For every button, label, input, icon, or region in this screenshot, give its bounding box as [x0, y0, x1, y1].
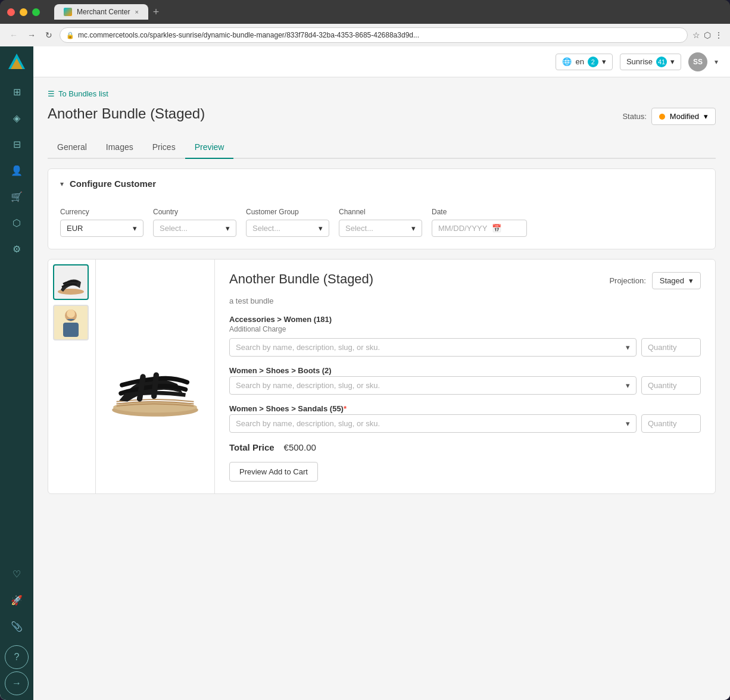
bookmark-icon[interactable]: ☆: [692, 30, 700, 40]
tags-icon: ⬡: [13, 217, 21, 229]
product-section-sandals: Women > Shoes > Sandals (55)* Search by …: [229, 404, 701, 433]
maximize-window-btn[interactable]: [32, 8, 40, 16]
tab-preview[interactable]: Preview: [185, 136, 234, 159]
page-tabs: General Images Prices Preview: [48, 136, 716, 159]
main-content: 🌐 en 2 ▾ Sunrise 41 ▾ SS ▾ ☰ To Bun: [33, 46, 730, 700]
new-tab-btn[interactable]: +: [153, 7, 160, 17]
preview-add-to-cart-btn[interactable]: Preview Add to Cart: [229, 462, 318, 482]
extension-icon[interactable]: ⬡: [704, 30, 711, 40]
sidebar-item-arrow[interactable]: →: [5, 671, 29, 695]
section-2-search-placeholder: Search by name, description, slug, or sk…: [236, 381, 380, 390]
preview-section: Another Bundle (Staged) Projection: Stag…: [48, 259, 716, 494]
sidebar-item-cart[interactable]: 🛒: [5, 185, 29, 208]
configure-customer-header[interactable]: ▾ Configure Customer: [48, 169, 715, 198]
app-logo: [7, 52, 26, 71]
customer-group-placeholder: Select...: [252, 224, 280, 233]
close-window-btn[interactable]: [7, 8, 15, 16]
tab-prices[interactable]: Prices: [143, 136, 185, 159]
app-header: 🌐 en 2 ▾ Sunrise 41 ▾ SS ▾: [33, 46, 730, 77]
help-icon: ?: [14, 652, 20, 662]
minimize-window-btn[interactable]: [20, 8, 27, 16]
left-nav: ⊞ ◈ ⊟ 👤 🛒 ⬡ ⚙ ♡: [0, 46, 33, 700]
section-1-quantity[interactable]: Quantity: [641, 338, 701, 357]
projection-chevron-icon: ▾: [689, 276, 693, 285]
project-count-badge: 41: [656, 57, 667, 67]
back-btn[interactable]: ←: [7, 28, 20, 42]
country-placeholder: Select...: [160, 224, 188, 233]
svg-point-5: [67, 310, 75, 318]
section-3-search[interactable]: Search by name, description, slug, or sk…: [229, 414, 637, 433]
section-2-quantity[interactable]: Quantity: [641, 376, 701, 395]
more-icon[interactable]: ⋮: [715, 30, 723, 40]
section-1-search[interactable]: Search by name, description, slug, or sk…: [229, 338, 637, 357]
project-selector[interactable]: Sunrise 41 ▾: [620, 54, 681, 70]
browser-tab[interactable]: Merchant Center ×: [54, 4, 148, 20]
language-count-badge: 2: [588, 57, 598, 67]
customer-form-row: Currency EUR ▾ Country Select...: [60, 208, 703, 237]
projection-label: Projection:: [609, 276, 645, 285]
channel-label: Channel: [339, 208, 422, 216]
customer-group-label: Customer Group: [246, 208, 329, 216]
preview-main-image: [96, 260, 215, 493]
refresh-btn[interactable]: ↻: [43, 28, 55, 42]
required-star: *: [344, 404, 347, 413]
currency-select[interactable]: EUR ▾: [60, 220, 143, 237]
security-icon: 🔒: [66, 32, 74, 39]
settings-icon: ⚙: [13, 243, 21, 255]
sidebar-item-help[interactable]: ?: [5, 645, 29, 669]
date-input[interactable]: MM/DD/YYYY 📅: [432, 220, 527, 237]
calendar-icon[interactable]: 📅: [492, 224, 501, 233]
sidebar-item-clip[interactable]: 📎: [5, 614, 29, 638]
section-2-search-row: Search by name, description, slug, or sk…: [229, 376, 701, 395]
sidebar-item-products[interactable]: ◈: [5, 106, 29, 130]
section-1-search-placeholder: Search by name, description, slug, or sk…: [236, 343, 380, 352]
thumbnail-sandal[interactable]: [53, 264, 89, 300]
section-2-title: Women > Shoes > Boots (2): [229, 366, 701, 375]
country-select[interactable]: Select... ▾: [153, 220, 236, 237]
sidebar-item-tags[interactable]: ⬡: [5, 211, 29, 235]
configure-customer-title: Configure Customer: [70, 179, 156, 189]
configure-customer-card: ▾ Configure Customer Currency EUR ▾: [48, 168, 716, 249]
arrow-icon: →: [12, 678, 21, 689]
preview-product-detail: Another Bundle (Staged) Projection: Stag…: [215, 260, 715, 493]
user-avatar[interactable]: SS: [688, 52, 707, 71]
browser-toolbar-icons: ☆ ⬡ ⋮: [692, 30, 723, 40]
channel-select[interactable]: Select... ▾: [339, 220, 422, 237]
browser-window: Merchant Center × + ← → ↻ 🔒 mc.commercet…: [0, 0, 730, 700]
section-1-subtitle: Additional Charge: [229, 325, 701, 333]
sidebar-item-rocket[interactable]: 🚀: [5, 588, 29, 612]
date-label: Date: [432, 208, 527, 216]
total-price-label: Total Price: [229, 442, 274, 452]
date-field: Date MM/DD/YYYY 📅: [432, 208, 527, 237]
total-price-row: Total Price €500.00: [229, 442, 701, 452]
sidebar-item-catalog[interactable]: ⊟: [5, 132, 29, 156]
forward-btn[interactable]: →: [25, 28, 38, 42]
total-price-value: €500.00: [284, 442, 316, 452]
customer-group-field: Customer Group Select... ▾: [246, 208, 329, 237]
language-selector[interactable]: 🌐 en 2 ▾: [556, 54, 612, 70]
sidebar-item-customers[interactable]: 👤: [5, 158, 29, 182]
section-3-quantity[interactable]: Quantity: [641, 414, 701, 433]
page-header-row: Another Bundle (Staged) Status: Modified…: [48, 105, 716, 132]
thumbnail-person[interactable]: [53, 305, 89, 340]
projection-select[interactable]: Staged ▾: [652, 272, 701, 289]
tab-general[interactable]: General: [48, 136, 96, 159]
sidebar-item-dashboard[interactable]: ⊞: [5, 80, 29, 104]
breadcrumb[interactable]: ☰ To Bundles list: [48, 89, 716, 98]
customer-group-select[interactable]: Select... ▾: [246, 220, 329, 237]
sidebar-item-favorites[interactable]: ♡: [5, 562, 29, 586]
address-bar[interactable]: 🔒 mc.commercetools.co/sparkles-sunrise/d…: [60, 27, 688, 43]
tab-close-btn[interactable]: ×: [135, 8, 138, 15]
breadcrumb-text: To Bundles list: [58, 89, 108, 98]
dashboard-icon: ⊞: [13, 86, 21, 98]
section-2-search[interactable]: Search by name, description, slug, or sk…: [229, 376, 637, 395]
customer-group-chevron-icon: ▾: [319, 224, 323, 233]
country-chevron-icon: ▾: [226, 224, 230, 233]
svg-rect-4: [63, 323, 79, 337]
sidebar-item-settings[interactable]: ⚙: [5, 237, 29, 261]
status-chevron-icon: ▾: [704, 112, 708, 121]
status-dropdown[interactable]: Modified ▾: [651, 108, 716, 125]
tab-images[interactable]: Images: [96, 136, 143, 159]
thumbnail-sandal-img: [56, 269, 86, 295]
country-field: Country Select... ▾: [153, 208, 236, 237]
